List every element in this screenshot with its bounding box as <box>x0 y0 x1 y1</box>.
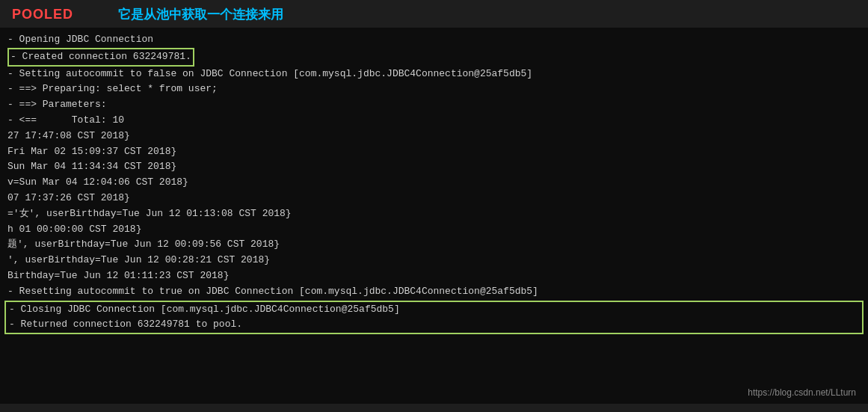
line-closing: - Closing JDBC Connection [com.mysql.jdb… <box>9 302 859 318</box>
line-returned: - Returned connection 632249781 to pool. <box>9 317 859 333</box>
url-link: https://blog.csdn.net/LLturn <box>748 387 856 398</box>
line-row1: 27 17:47:08 CST 2018} <box>0 129 868 144</box>
line-row4: v=Sun Mar 04 12:04:06 CST 2018} <box>0 175 868 191</box>
line-preparing: - ==> Preparing: select * from user; <box>0 82 868 97</box>
line-row5: 07 17:37:26 CST 2018} <box>0 191 868 206</box>
pooled-label: POOLED <box>12 7 73 22</box>
line-row10: Birthday=Tue Jun 12 01:11:23 CST 2018} <box>0 268 868 284</box>
chinese-description: 它是从池中获取一个连接来用 <box>118 6 283 23</box>
line-row2: Fri Mar 02 15:09:37 CST 2018} <box>0 144 868 160</box>
line-row7: h 01 00:00:00 CST 2018} <box>0 222 868 238</box>
console-area: - Opening JDBC Connection - Created conn… <box>0 28 868 404</box>
line-row8: 题', userBirthday=Tue Jun 12 00:09:56 CST… <box>0 237 868 253</box>
line-opening: - Opening JDBC Connection <box>0 32 868 48</box>
header: POOLED 它是从池中获取一个连接来用 <box>0 0 868 28</box>
line-total: - <== Total: 10 <box>0 113 868 129</box>
line-autocommit: - Setting autocommit to false on JDBC Co… <box>0 67 868 82</box>
line-resetting: - Resetting autocommit to true on JDBC C… <box>0 284 868 300</box>
line-created-connection: - Created connection 632249781. <box>7 48 194 67</box>
line-row9: ', userBirthday=Tue Jun 12 00:28:21 CST … <box>0 253 868 268</box>
closing-block: - Closing JDBC Connection [com.mysql.jdb… <box>4 301 864 335</box>
line-parameters: - ==> Parameters: <box>0 97 868 113</box>
line-row6: ='女', userBirthday=Tue Jun 12 01:13:08 C… <box>0 206 868 222</box>
line-row3: Sun Mar 04 11:34:34 CST 2018} <box>0 159 868 175</box>
